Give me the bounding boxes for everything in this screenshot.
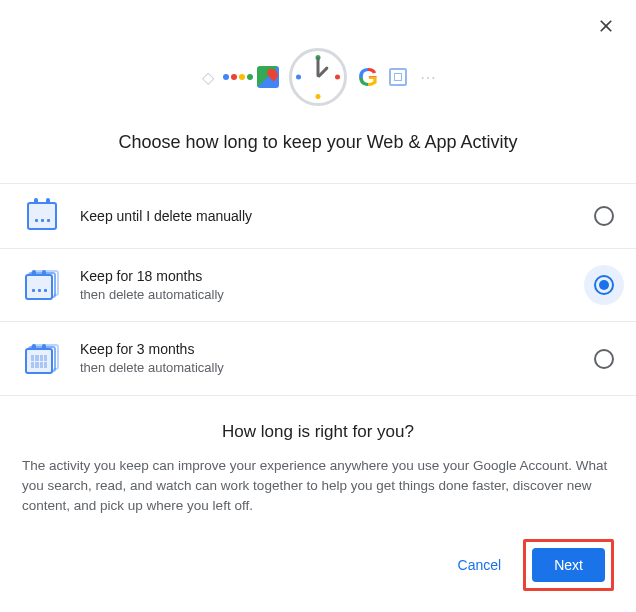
close-icon [596,16,616,36]
hero-illustration: ◇ G ⋯ [0,44,636,114]
option-sublabel: then delete automatically [80,286,576,304]
info-heading: How long is right for you? [22,422,614,442]
maps-icon [255,64,281,90]
next-button-highlight: Next [523,539,614,591]
cancel-button[interactable]: Cancel [444,548,516,582]
close-button[interactable] [588,8,624,44]
radio-keep-18-months[interactable] [594,275,614,295]
info-body: The activity you keep can improve your e… [22,456,614,517]
calendar-grid-icon [25,344,59,374]
calendar-single-icon [27,202,57,230]
option-keep-18-months[interactable]: Keep for 18 months then delete automatic… [0,249,636,322]
radio-keep-manual[interactable] [594,206,614,226]
radio-keep-3-months[interactable] [594,349,614,369]
option-keep-manual[interactable]: Keep until I delete manually [0,184,636,249]
shopping-icon [385,64,411,90]
option-label: Keep until I delete manually [80,207,576,226]
google-icon: G [355,64,381,90]
tag-icon: ◇ [195,64,221,90]
next-button[interactable]: Next [532,548,605,582]
info-section: How long is right for you? The activity … [0,396,636,529]
retention-options: Keep until I delete manually Keep for 18… [0,183,636,396]
dots-icon: ⋯ [415,64,441,90]
option-keep-3-months[interactable]: Keep for 3 months then delete automatica… [0,322,636,395]
calendar-stack-icon [25,270,59,300]
option-label: Keep for 18 months [80,267,576,286]
option-label: Keep for 3 months [80,340,576,359]
clock-icon [289,48,347,106]
page-title: Choose how long to keep your Web & App A… [0,114,636,183]
dialog-footer: Cancel Next [0,529,636,609]
assistant-icon [225,64,251,90]
option-sublabel: then delete automatically [80,359,576,377]
